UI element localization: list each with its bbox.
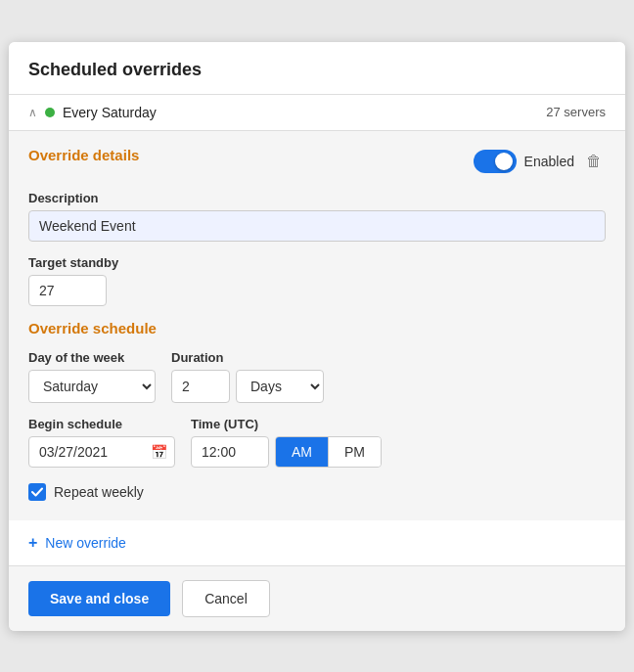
override-schedule-title: Override schedule [28,320,606,336]
enabled-label: Enabled [524,154,574,169]
time-field: Time (UTC) AM PM [191,417,382,468]
override-name: Every Saturday [63,105,157,120]
modal-title: Scheduled overrides [28,60,202,79]
override-row-left: ∧ Every Saturday [28,105,157,120]
duration-inputs: Hours Days Weeks [171,370,324,403]
override-details-title: Override details [28,147,139,163]
modal-header: Scheduled overrides [9,42,625,95]
day-duration-row: Day of the week Sunday Monday Tuesday We… [28,350,606,403]
description-label: Description [28,191,606,205]
description-input[interactable] [28,210,606,242]
enabled-toggle[interactable] [474,150,517,173]
day-label: Day of the week [28,350,156,365]
pm-button[interactable]: PM [329,437,381,467]
repeat-weekly-label: Repeat weekly [54,484,144,500]
begin-schedule-label: Begin schedule [28,417,175,431]
header-controls: Enabled 🗑 [474,150,606,173]
repeat-weekly-row: Repeat weekly [28,483,606,501]
am-button[interactable]: AM [276,437,329,467]
repeat-weekly-checkbox[interactable] [28,483,46,501]
new-override-label: New override [45,535,125,551]
chevron-up-icon[interactable]: ∧ [28,106,37,119]
modal: Scheduled overrides ∧ Every Saturday 27 … [9,42,625,631]
time-input[interactable] [191,436,269,468]
override-body: Override details Enabled 🗑 Description T… [9,131,625,520]
ampm-group: AM PM [275,436,382,468]
new-override-row[interactable]: + New override [9,520,625,566]
target-standby-label: Target standby [28,255,606,270]
modal-footer: Save and close Cancel [9,566,625,631]
toggle-track [474,150,517,173]
date-input[interactable] [28,436,175,468]
override-row: ∧ Every Saturday 27 servers [9,95,625,131]
save-and-close-button[interactable]: Save and close [28,581,170,616]
begin-time-row: Begin schedule 📅 Time (UTC) AM PM [28,417,606,468]
cancel-button[interactable]: Cancel [182,580,270,617]
description-field-group: Description [28,191,606,242]
plus-icon: + [28,534,37,552]
duration-unit-select[interactable]: Hours Days Weeks [236,370,324,403]
duration-field: Duration Hours Days Weeks [171,350,324,403]
check-icon [31,487,43,497]
target-standby-field-group: Target standby [28,255,606,306]
toggle-thumb [495,153,513,170]
status-dot [45,108,55,117]
date-input-wrapper: 📅 [28,436,175,468]
target-standby-input[interactable] [28,275,107,306]
duration-label: Duration [171,350,324,365]
servers-count: 27 servers [546,105,606,119]
override-details-header: Override details Enabled 🗑 [28,147,606,177]
day-field: Day of the week Sunday Monday Tuesday We… [28,350,156,403]
duration-number-input[interactable] [171,370,230,403]
day-select[interactable]: Sunday Monday Tuesday Wednesday Thursday… [28,370,156,403]
time-inputs: AM PM [191,436,382,468]
begin-schedule-field: Begin schedule 📅 [28,417,175,468]
time-label: Time (UTC) [191,417,382,431]
delete-icon[interactable]: 🗑 [582,151,606,172]
